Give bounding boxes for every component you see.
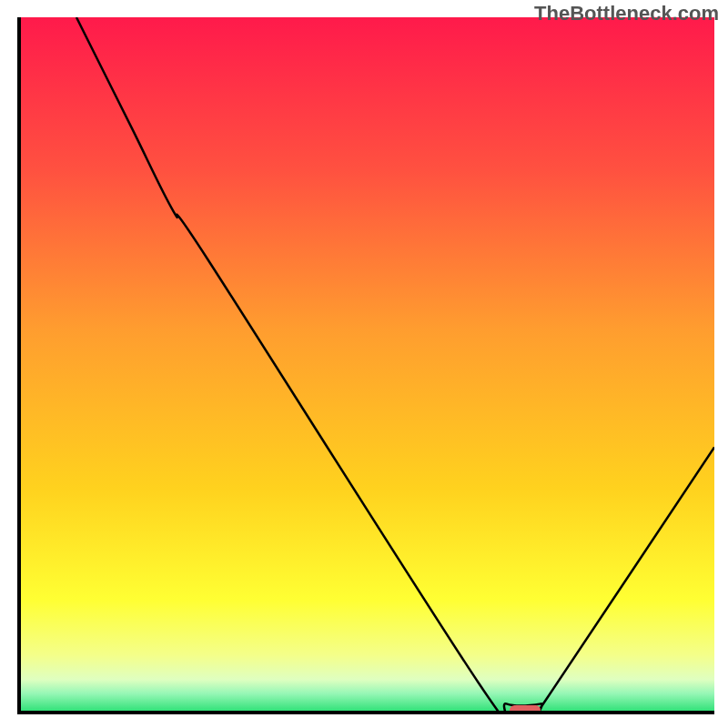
plot-area [17, 17, 714, 714]
watermark-text: TheBottleneck.com [534, 2, 719, 25]
svg-rect-0 [21, 17, 714, 711]
background-gradient [21, 17, 714, 711]
